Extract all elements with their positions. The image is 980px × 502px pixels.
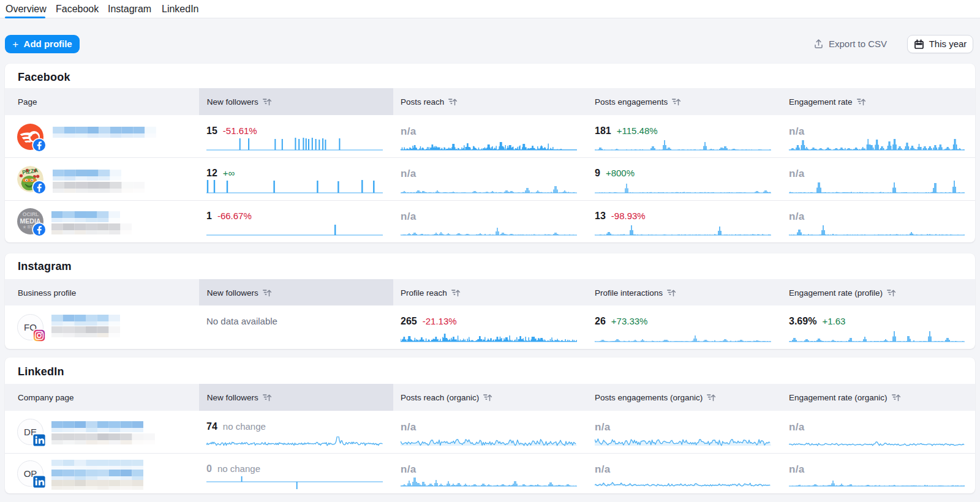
svg-text:OCIRL: OCIRL — [23, 211, 39, 217]
